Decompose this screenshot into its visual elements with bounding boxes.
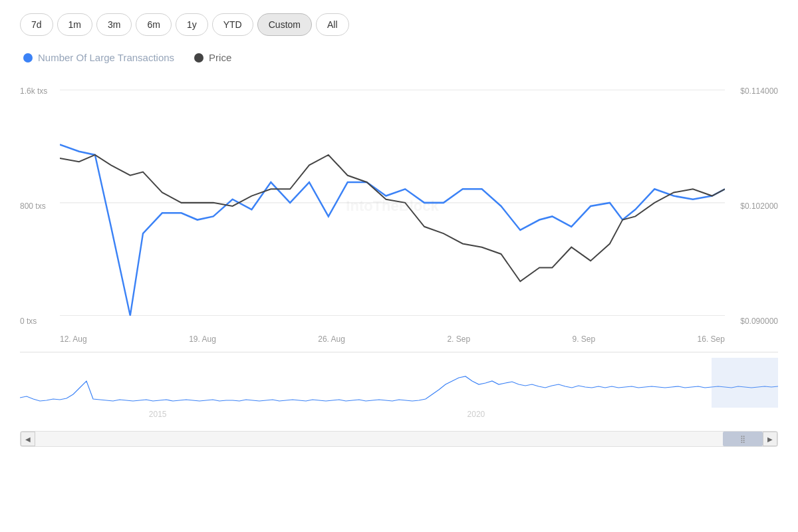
- scroll-right-button[interactable]: ▶: [763, 432, 777, 446]
- x-label-4: 9. Sep: [572, 334, 595, 344]
- x-label-5: 16. Sep: [698, 334, 725, 344]
- scroll-thumb[interactable]: ⣿: [723, 432, 763, 446]
- btn-ytd[interactable]: YTD: [212, 13, 253, 36]
- btn-custom[interactable]: Custom: [257, 13, 312, 36]
- scrollbar[interactable]: ◀ ⣿ ▶: [20, 431, 778, 447]
- legend-transactions: Number Of Large Transactions: [23, 52, 174, 63]
- chart-svg-container: IntoTheBlock: [60, 83, 725, 329]
- legend-dot-transactions: [23, 53, 33, 63]
- chart-wrapper: 1.6k txs 800 txs 0 txs $0.114000 $0.1020…: [20, 83, 778, 344]
- legend-label-price: Price: [209, 52, 231, 63]
- x-label-2: 26. Aug: [318, 334, 345, 344]
- y-label-mid-left: 800 txs: [20, 201, 47, 211]
- legend-dot-price: [194, 53, 203, 63]
- y-label-top-right: $0.114000: [740, 86, 778, 96]
- btn-all[interactable]: All: [316, 13, 349, 36]
- scroll-left-button[interactable]: ◀: [21, 432, 35, 446]
- x-axis: 12. Aug 19. Aug 26. Aug 2. Sep 9. Sep 16…: [20, 329, 778, 344]
- mini-chart-svg: [20, 358, 778, 408]
- y-label-bottom-right: $0.090000: [740, 317, 778, 326]
- scroll-track[interactable]: ⣿: [35, 432, 763, 446]
- y-axis-right: $0.114000 $0.102000 $0.090000: [740, 83, 778, 329]
- btn-1m[interactable]: 1m: [57, 13, 92, 36]
- btn-1y[interactable]: 1y: [176, 13, 208, 36]
- btn-6m[interactable]: 6m: [136, 13, 171, 36]
- mini-year-2015: 2015: [149, 410, 167, 419]
- x-label-0: 12. Aug: [60, 334, 87, 344]
- x-label-3: 2. Sep: [447, 334, 470, 344]
- mini-chart-section: 2015 2020 ◀ ⣿ ▶: [20, 352, 778, 447]
- chart-legend: Number Of Large Transactions Price: [20, 52, 778, 63]
- y-label-bottom-left: 0 txs: [20, 317, 47, 326]
- mini-year-2020: 2020: [467, 410, 485, 419]
- btn-3m[interactable]: 3m: [96, 13, 132, 36]
- time-range-selector: 7d 1m 3m 6m 1y YTD Custom All: [20, 13, 778, 36]
- mini-chart-container: 2015 2020: [20, 358, 778, 431]
- y-axis-left: 1.6k txs 800 txs 0 txs: [20, 83, 47, 329]
- scroll-thumb-icon: ⣿: [740, 435, 745, 444]
- legend-label-transactions: Number Of Large Transactions: [38, 52, 174, 63]
- main-container: 7d 1m 3m 6m 1y YTD Custom All Number Of …: [0, 0, 798, 532]
- selection-overlay: [712, 358, 778, 408]
- btn-7d[interactable]: 7d: [20, 13, 53, 36]
- legend-price: Price: [194, 52, 231, 63]
- x-label-1: 19. Aug: [189, 334, 216, 344]
- chart-svg: [60, 83, 725, 329]
- y-label-mid-right: $0.102000: [740, 201, 778, 211]
- transactions-line: [60, 145, 725, 316]
- chart-area: 1.6k txs 800 txs 0 txs $0.114000 $0.1020…: [20, 83, 778, 329]
- mini-chart-line: [20, 376, 778, 401]
- y-label-top-left: 1.6k txs: [20, 86, 47, 96]
